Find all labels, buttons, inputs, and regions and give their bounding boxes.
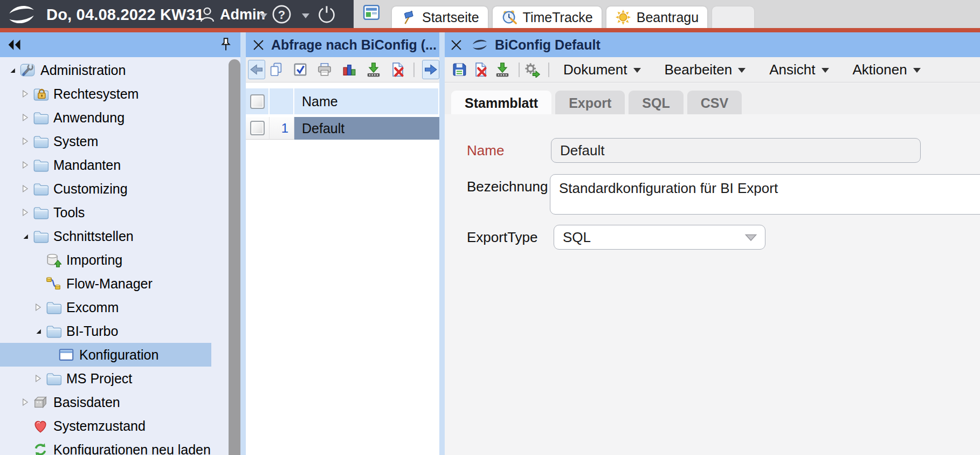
folder-icon: [32, 133, 49, 149]
app-tab-timetracke[interactable]: TimeTracke: [493, 6, 602, 28]
tree-item-excomm[interactable]: Excomm: [0, 295, 240, 319]
tree-item-ms-project[interactable]: MS Project: [0, 367, 240, 390]
detail-panel-header: BiConfig Default: [445, 32, 980, 57]
help-button[interactable]: [272, 4, 292, 24]
query-result-table: Name 1 Default: [246, 83, 439, 455]
db-import-icon: [45, 252, 61, 268]
tree-item-customizing[interactable]: Customizing: [0, 177, 240, 201]
tree-item-anwendung[interactable]: Anwendung: [0, 106, 240, 129]
query-panel-title: Abfrage nach BiConfig (...: [271, 37, 437, 53]
collapsed-arrow-icon[interactable]: [18, 87, 31, 100]
tree-item-rechtesystem[interactable]: Rechtesystem: [0, 82, 240, 106]
user-icon: [198, 5, 216, 23]
export-icon: [494, 61, 510, 78]
tab-sql[interactable]: SQL: [629, 91, 683, 114]
navigation-sidebar: Administration Rechtesystem Anwendung Sy…: [0, 32, 240, 455]
menu-bearbeiten[interactable]: Bearbeiten: [665, 61, 746, 78]
delete-doc-button[interactable]: [472, 60, 490, 79]
chart-button[interactable]: [341, 60, 357, 79]
collapsed-arrow-icon[interactable]: [18, 182, 31, 195]
export-button[interactable]: [493, 60, 512, 79]
expanded-arrow-icon[interactable]: [5, 64, 18, 77]
accent-divider: [0, 28, 980, 32]
close-detail-panel-button[interactable]: [449, 38, 464, 52]
tab-csv[interactable]: CSV: [687, 91, 742, 114]
close-query-panel-button[interactable]: [251, 38, 266, 52]
select-all-button[interactable]: [292, 60, 308, 79]
collapsed-arrow-icon[interactable]: [31, 372, 44, 385]
export-button[interactable]: [365, 60, 382, 79]
tree-item-basisdaten[interactable]: Basisdaten: [0, 390, 240, 414]
gear-run-icon: [524, 61, 540, 78]
tab-export[interactable]: Export: [555, 91, 625, 114]
query-panel-header: Abfrage nach BiConfig (...: [246, 32, 439, 57]
collapsed-arrow-icon[interactable]: [18, 206, 31, 219]
name-field[interactable]: [551, 138, 921, 163]
dashboard-icon[interactable]: [362, 3, 381, 22]
delete-doc-button[interactable]: [390, 60, 406, 79]
menu-ansicht[interactable]: Ansicht: [769, 61, 829, 78]
table-row[interactable]: 1 Default: [246, 117, 439, 140]
tree-item-bi-turbo[interactable]: BI-Turbo: [0, 319, 240, 343]
exporttype-dropdown[interactable]: SQL: [554, 225, 765, 250]
sidebar-scrollbar[interactable]: [229, 59, 240, 455]
menu-dokument[interactable]: Dokument: [563, 61, 641, 78]
tree-item-systemzustand[interactable]: Systemzustand: [0, 414, 240, 438]
folder-icon: [32, 228, 49, 244]
menu-caret-icon: [738, 68, 746, 73]
help-menu-caret-icon[interactable]: [302, 13, 309, 18]
tab-stammblatt[interactable]: Stammblatt: [451, 91, 551, 114]
print-button[interactable]: [316, 60, 333, 79]
app-tab-empty[interactable]: [712, 6, 754, 28]
tree-item-mandanten[interactable]: Mandanten: [0, 153, 240, 177]
bezeichnung-field[interactable]: Standardkonfiguration für BI Export: [550, 174, 980, 215]
select-all-checkbox[interactable]: [250, 94, 265, 109]
exporttype-selected-value: SQL: [563, 229, 744, 246]
row-name-cell[interactable]: Default: [294, 117, 439, 140]
expanded-arrow-icon[interactable]: [31, 325, 44, 337]
menu-caret-icon: [633, 68, 641, 73]
top-bar: Do, 04.08.2022 KW31 Admin Startseite Tim…: [0, 0, 980, 28]
user-menu-caret-icon[interactable]: [260, 13, 267, 18]
select-all-header-cell[interactable]: [246, 88, 270, 114]
tree-item-konfigurationen-neu-laden[interactable]: Konfigurationen neu laden: [0, 438, 240, 455]
tree-item-flow-manager[interactable]: Flow-Manager: [0, 272, 240, 295]
forward-button[interactable]: [422, 60, 439, 79]
forward-icon: [423, 61, 439, 78]
copy-button[interactable]: [267, 60, 284, 79]
row-number-cell: 1: [270, 117, 294, 140]
delete-doc-icon: [390, 61, 406, 78]
select-all-icon: [292, 61, 308, 78]
print-icon: [316, 61, 333, 78]
menu-aktionen[interactable]: Aktionen: [853, 61, 921, 78]
collapse-sidebar-button[interactable]: [6, 37, 23, 52]
tree-item-schnittstellen[interactable]: Schnittstellen: [0, 224, 240, 248]
name-column-header[interactable]: Name: [294, 88, 439, 114]
tree-item-konfiguration[interactable]: Konfiguration: [0, 343, 240, 367]
back-button[interactable]: [248, 60, 265, 79]
logout-power-button[interactable]: [317, 4, 336, 24]
collapsed-arrow-icon[interactable]: [18, 135, 31, 148]
save-button[interactable]: [450, 60, 468, 79]
tree-item-administration[interactable]: Administration: [0, 58, 240, 82]
dropdown-arrow-icon: [744, 233, 757, 242]
no-arrow-spacer: [18, 443, 31, 455]
splitter-query-detail[interactable]: [439, 32, 445, 455]
app-tab-beantragu[interactable]: Beantragu: [606, 6, 707, 28]
tree-item-system[interactable]: System: [0, 129, 240, 153]
splitter-sidebar-query[interactable]: [240, 32, 246, 455]
collapsed-arrow-icon[interactable]: [18, 396, 31, 409]
app-tab-startseite[interactable]: Startseite: [392, 6, 488, 28]
query-panel: Abfrage nach BiConfig (... Name 1 Defaul…: [246, 32, 439, 455]
expanded-arrow-icon[interactable]: [18, 230, 31, 243]
tree-item-tools[interactable]: Tools: [0, 201, 240, 224]
user-menu[interactable]: Admin: [220, 0, 265, 28]
collapsed-arrow-icon[interactable]: [18, 111, 31, 124]
pin-sidebar-button[interactable]: [218, 36, 234, 53]
admin-icon: [19, 62, 36, 78]
collapsed-arrow-icon[interactable]: [31, 301, 44, 314]
collapsed-arrow-icon[interactable]: [18, 158, 31, 171]
tree-item-importing[interactable]: Importing: [0, 248, 240, 272]
gear-run-button[interactable]: [523, 60, 541, 79]
row-checkbox[interactable]: [250, 121, 265, 135]
